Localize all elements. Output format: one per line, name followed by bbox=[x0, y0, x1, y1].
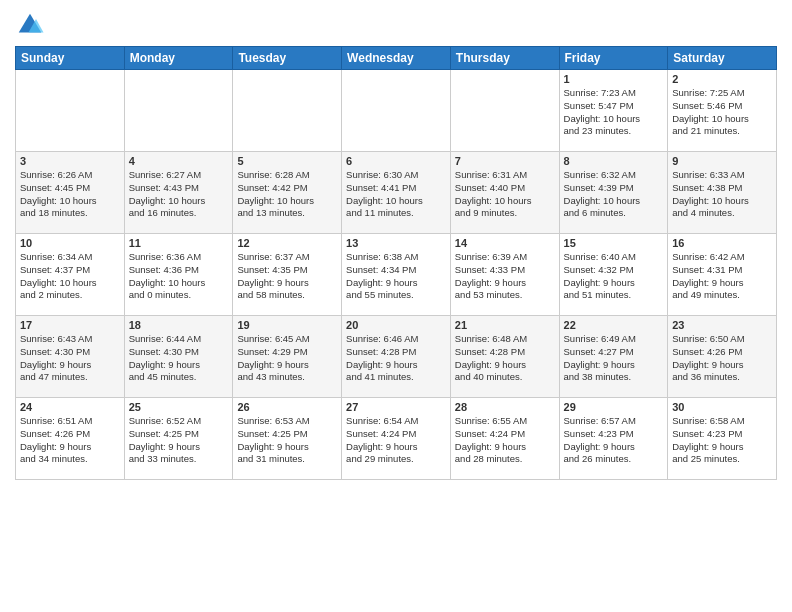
calendar: SundayMondayTuesdayWednesdayThursdayFrid… bbox=[15, 46, 777, 480]
calendar-cell: 29Sunrise: 6:57 AM Sunset: 4:23 PM Dayli… bbox=[559, 398, 668, 480]
calendar-cell: 30Sunrise: 6:58 AM Sunset: 4:23 PM Dayli… bbox=[668, 398, 777, 480]
calendar-cell: 4Sunrise: 6:27 AM Sunset: 4:43 PM Daylig… bbox=[124, 152, 233, 234]
calendar-cell: 16Sunrise: 6:42 AM Sunset: 4:31 PM Dayli… bbox=[668, 234, 777, 316]
calendar-header-wednesday: Wednesday bbox=[342, 47, 451, 70]
calendar-cell: 9Sunrise: 6:33 AM Sunset: 4:38 PM Daylig… bbox=[668, 152, 777, 234]
calendar-cell: 23Sunrise: 6:50 AM Sunset: 4:26 PM Dayli… bbox=[668, 316, 777, 398]
day-number: 16 bbox=[672, 237, 772, 249]
calendar-cell: 12Sunrise: 6:37 AM Sunset: 4:35 PM Dayli… bbox=[233, 234, 342, 316]
day-number: 4 bbox=[129, 155, 229, 167]
calendar-cell: 19Sunrise: 6:45 AM Sunset: 4:29 PM Dayli… bbox=[233, 316, 342, 398]
day-info: Sunrise: 6:46 AM Sunset: 4:28 PM Dayligh… bbox=[346, 333, 446, 384]
day-info: Sunrise: 6:43 AM Sunset: 4:30 PM Dayligh… bbox=[20, 333, 120, 384]
day-number: 3 bbox=[20, 155, 120, 167]
calendar-cell: 14Sunrise: 6:39 AM Sunset: 4:33 PM Dayli… bbox=[450, 234, 559, 316]
calendar-header-saturday: Saturday bbox=[668, 47, 777, 70]
calendar-cell bbox=[233, 70, 342, 152]
calendar-cell: 20Sunrise: 6:46 AM Sunset: 4:28 PM Dayli… bbox=[342, 316, 451, 398]
calendar-week-2: 3Sunrise: 6:26 AM Sunset: 4:45 PM Daylig… bbox=[16, 152, 777, 234]
calendar-header-friday: Friday bbox=[559, 47, 668, 70]
calendar-cell: 11Sunrise: 6:36 AM Sunset: 4:36 PM Dayli… bbox=[124, 234, 233, 316]
day-number: 14 bbox=[455, 237, 555, 249]
day-number: 1 bbox=[564, 73, 664, 85]
calendar-cell: 17Sunrise: 6:43 AM Sunset: 4:30 PM Dayli… bbox=[16, 316, 125, 398]
calendar-cell bbox=[16, 70, 125, 152]
logo-icon bbox=[15, 10, 45, 40]
day-number: 27 bbox=[346, 401, 446, 413]
calendar-week-5: 24Sunrise: 6:51 AM Sunset: 4:26 PM Dayli… bbox=[16, 398, 777, 480]
day-number: 24 bbox=[20, 401, 120, 413]
calendar-cell bbox=[342, 70, 451, 152]
day-info: Sunrise: 6:52 AM Sunset: 4:25 PM Dayligh… bbox=[129, 415, 229, 466]
calendar-cell: 13Sunrise: 6:38 AM Sunset: 4:34 PM Dayli… bbox=[342, 234, 451, 316]
calendar-cell: 3Sunrise: 6:26 AM Sunset: 4:45 PM Daylig… bbox=[16, 152, 125, 234]
calendar-cell: 26Sunrise: 6:53 AM Sunset: 4:25 PM Dayli… bbox=[233, 398, 342, 480]
calendar-header-sunday: Sunday bbox=[16, 47, 125, 70]
day-number: 7 bbox=[455, 155, 555, 167]
calendar-header-row: SundayMondayTuesdayWednesdayThursdayFrid… bbox=[16, 47, 777, 70]
day-info: Sunrise: 6:39 AM Sunset: 4:33 PM Dayligh… bbox=[455, 251, 555, 302]
day-number: 20 bbox=[346, 319, 446, 331]
calendar-cell: 15Sunrise: 6:40 AM Sunset: 4:32 PM Dayli… bbox=[559, 234, 668, 316]
day-number: 30 bbox=[672, 401, 772, 413]
day-info: Sunrise: 6:30 AM Sunset: 4:41 PM Dayligh… bbox=[346, 169, 446, 220]
day-info: Sunrise: 7:25 AM Sunset: 5:46 PM Dayligh… bbox=[672, 87, 772, 138]
day-info: Sunrise: 6:44 AM Sunset: 4:30 PM Dayligh… bbox=[129, 333, 229, 384]
calendar-cell: 1Sunrise: 7:23 AM Sunset: 5:47 PM Daylig… bbox=[559, 70, 668, 152]
day-info: Sunrise: 6:27 AM Sunset: 4:43 PM Dayligh… bbox=[129, 169, 229, 220]
day-info: Sunrise: 6:57 AM Sunset: 4:23 PM Dayligh… bbox=[564, 415, 664, 466]
day-number: 12 bbox=[237, 237, 337, 249]
day-number: 6 bbox=[346, 155, 446, 167]
day-info: Sunrise: 6:33 AM Sunset: 4:38 PM Dayligh… bbox=[672, 169, 772, 220]
day-info: Sunrise: 6:32 AM Sunset: 4:39 PM Dayligh… bbox=[564, 169, 664, 220]
calendar-cell bbox=[450, 70, 559, 152]
calendar-cell bbox=[124, 70, 233, 152]
day-info: Sunrise: 6:31 AM Sunset: 4:40 PM Dayligh… bbox=[455, 169, 555, 220]
day-number: 15 bbox=[564, 237, 664, 249]
calendar-cell: 10Sunrise: 6:34 AM Sunset: 4:37 PM Dayli… bbox=[16, 234, 125, 316]
day-number: 25 bbox=[129, 401, 229, 413]
calendar-cell: 7Sunrise: 6:31 AM Sunset: 4:40 PM Daylig… bbox=[450, 152, 559, 234]
day-number: 8 bbox=[564, 155, 664, 167]
day-number: 11 bbox=[129, 237, 229, 249]
day-info: Sunrise: 6:40 AM Sunset: 4:32 PM Dayligh… bbox=[564, 251, 664, 302]
day-info: Sunrise: 6:45 AM Sunset: 4:29 PM Dayligh… bbox=[237, 333, 337, 384]
day-info: Sunrise: 6:50 AM Sunset: 4:26 PM Dayligh… bbox=[672, 333, 772, 384]
day-info: Sunrise: 6:37 AM Sunset: 4:35 PM Dayligh… bbox=[237, 251, 337, 302]
calendar-week-4: 17Sunrise: 6:43 AM Sunset: 4:30 PM Dayli… bbox=[16, 316, 777, 398]
day-number: 23 bbox=[672, 319, 772, 331]
day-number: 10 bbox=[20, 237, 120, 249]
calendar-cell: 27Sunrise: 6:54 AM Sunset: 4:24 PM Dayli… bbox=[342, 398, 451, 480]
logo bbox=[15, 10, 49, 40]
calendar-cell: 18Sunrise: 6:44 AM Sunset: 4:30 PM Dayli… bbox=[124, 316, 233, 398]
calendar-header-monday: Monday bbox=[124, 47, 233, 70]
calendar-cell: 21Sunrise: 6:48 AM Sunset: 4:28 PM Dayli… bbox=[450, 316, 559, 398]
day-number: 17 bbox=[20, 319, 120, 331]
calendar-week-1: 1Sunrise: 7:23 AM Sunset: 5:47 PM Daylig… bbox=[16, 70, 777, 152]
day-number: 28 bbox=[455, 401, 555, 413]
day-info: Sunrise: 6:49 AM Sunset: 4:27 PM Dayligh… bbox=[564, 333, 664, 384]
day-number: 22 bbox=[564, 319, 664, 331]
day-info: Sunrise: 6:34 AM Sunset: 4:37 PM Dayligh… bbox=[20, 251, 120, 302]
day-info: Sunrise: 6:48 AM Sunset: 4:28 PM Dayligh… bbox=[455, 333, 555, 384]
calendar-cell: 25Sunrise: 6:52 AM Sunset: 4:25 PM Dayli… bbox=[124, 398, 233, 480]
day-info: Sunrise: 6:55 AM Sunset: 4:24 PM Dayligh… bbox=[455, 415, 555, 466]
day-info: Sunrise: 6:51 AM Sunset: 4:26 PM Dayligh… bbox=[20, 415, 120, 466]
calendar-cell: 5Sunrise: 6:28 AM Sunset: 4:42 PM Daylig… bbox=[233, 152, 342, 234]
page: SundayMondayTuesdayWednesdayThursdayFrid… bbox=[0, 0, 792, 612]
day-number: 19 bbox=[237, 319, 337, 331]
calendar-header-tuesday: Tuesday bbox=[233, 47, 342, 70]
day-info: Sunrise: 6:42 AM Sunset: 4:31 PM Dayligh… bbox=[672, 251, 772, 302]
day-info: Sunrise: 6:28 AM Sunset: 4:42 PM Dayligh… bbox=[237, 169, 337, 220]
calendar-cell: 24Sunrise: 6:51 AM Sunset: 4:26 PM Dayli… bbox=[16, 398, 125, 480]
day-info: Sunrise: 6:54 AM Sunset: 4:24 PM Dayligh… bbox=[346, 415, 446, 466]
day-number: 13 bbox=[346, 237, 446, 249]
day-number: 5 bbox=[237, 155, 337, 167]
day-number: 2 bbox=[672, 73, 772, 85]
day-number: 29 bbox=[564, 401, 664, 413]
header bbox=[15, 10, 777, 40]
day-number: 21 bbox=[455, 319, 555, 331]
calendar-cell: 2Sunrise: 7:25 AM Sunset: 5:46 PM Daylig… bbox=[668, 70, 777, 152]
calendar-cell: 8Sunrise: 6:32 AM Sunset: 4:39 PM Daylig… bbox=[559, 152, 668, 234]
calendar-header-thursday: Thursday bbox=[450, 47, 559, 70]
